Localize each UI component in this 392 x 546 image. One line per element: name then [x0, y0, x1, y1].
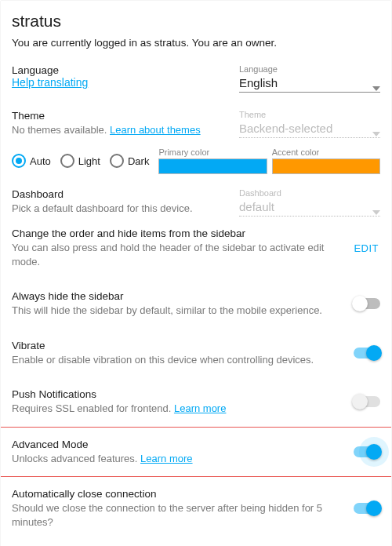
autoclose-desc: Should we close the connection to the se… — [12, 501, 336, 529]
edit-button[interactable]: EDIT — [352, 239, 380, 257]
theme-value: Backend-selected — [239, 122, 332, 135]
vibrate-desc: Enable or disable vibration on this devi… — [12, 353, 336, 367]
theme-label: Theme — [12, 110, 231, 122]
chevron-down-icon — [372, 81, 380, 86]
autoclose-toggle[interactable] — [354, 503, 380, 514]
theme-radio-auto[interactable]: Auto — [12, 154, 51, 168]
vibrate-setting: Vibrate Enable or disable vibration on t… — [12, 329, 380, 378]
sidebar-order-desc: You can also press and hold the header o… — [12, 241, 339, 268]
language-select[interactable]: English — [239, 75, 380, 93]
dashboard-select[interactable]: default — [239, 198, 380, 217]
push-learn-link[interactable]: Learn more — [174, 402, 226, 414]
push-desc: Requires SSL enabled for frontend. Learn… — [12, 402, 336, 416]
page-title: stratus — [12, 9, 380, 31]
accent-color-swatch[interactable] — [272, 158, 380, 174]
language-label: Language — [12, 64, 231, 76]
language-select-label: Language — [239, 64, 380, 74]
accent-color-label: Accent color — [272, 147, 380, 157]
theme-select-label: Theme — [239, 110, 380, 119]
autoclose-title: Automatically close connection — [12, 488, 336, 500]
autoclose-setting: Automatically close connection Should we… — [12, 477, 380, 540]
dashboard-value: default — [239, 200, 274, 213]
chevron-down-icon — [372, 126, 380, 131]
dashboard-desc: Pick a default dashboard for this device… — [12, 202, 231, 216]
primary-color-swatch[interactable] — [158, 158, 267, 174]
hide-sidebar-title: Always hide the sidebar — [12, 290, 336, 302]
dashboard-select-label: Dashboard — [239, 188, 380, 198]
dashboard-label: Dashboard — [12, 188, 231, 200]
theme-radio-light[interactable]: Light — [60, 154, 100, 168]
theme-radio-dark[interactable]: Dark — [110, 154, 149, 168]
chevron-down-icon — [372, 205, 380, 209]
logout-button[interactable]: LOG OUT — [12, 540, 68, 546]
theme-desc: No themes available. Learn about themes — [12, 123, 231, 137]
svg-marker-2 — [372, 210, 380, 215]
language-value: English — [239, 76, 278, 89]
push-toggle[interactable] — [354, 396, 380, 407]
vibrate-toggle[interactable] — [354, 348, 380, 359]
radio-icon — [60, 154, 74, 168]
advanced-learn-link[interactable]: Learn more — [140, 453, 192, 464]
theme-row: Theme No themes available. Learn about t… — [12, 110, 380, 138]
svg-marker-1 — [372, 132, 380, 136]
login-status: You are currently logged in as stratus. … — [12, 37, 380, 49]
hide-sidebar-toggle[interactable] — [354, 298, 380, 309]
advanced-title: Advanced Mode — [12, 439, 336, 450]
advanced-toggle[interactable] — [354, 446, 380, 457]
theme-mode-row: Auto Light Dark Primary color Accent col… — [12, 147, 380, 174]
divider — [1, 427, 391, 428]
push-setting: Push Notifications Requires SSL enabled … — [12, 377, 380, 427]
theme-select: Backend-selected — [239, 120, 380, 138]
svg-marker-0 — [372, 86, 380, 91]
sidebar-order-setting: Change the order and hide items from the… — [12, 217, 380, 279]
hide-sidebar-setting: Always hide the sidebar This will hide t… — [12, 279, 380, 329]
sidebar-order-title: Change the order and hide items from the… — [12, 228, 339, 239]
primary-color-label: Primary color — [158, 147, 267, 157]
advanced-desc: Unlocks advanced features. Learn more — [12, 452, 336, 466]
profile-card: stratus You are currently logged in as s… — [0, 0, 392, 546]
dashboard-row: Dashboard Pick a default dashboard for t… — [12, 188, 380, 217]
hide-sidebar-desc: This will hide the sidebar by default, s… — [12, 304, 336, 318]
help-translating-link[interactable]: Help translating — [12, 76, 88, 89]
radio-icon — [110, 154, 124, 168]
radio-icon — [12, 154, 26, 168]
learn-themes-link[interactable]: Learn about themes — [110, 124, 201, 136]
language-row: Language Help translating Language Engli… — [12, 64, 380, 93]
vibrate-title: Vibrate — [12, 340, 336, 351]
push-title: Push Notifications — [12, 388, 336, 400]
advanced-setting: Advanced Mode Unlocks advanced features.… — [12, 428, 380, 477]
divider — [1, 476, 391, 477]
